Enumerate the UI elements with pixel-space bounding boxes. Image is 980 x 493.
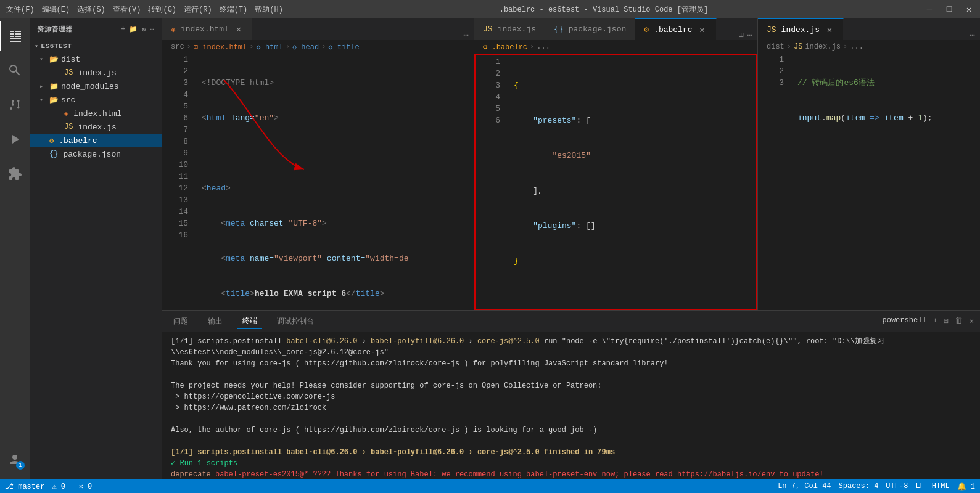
breadcrumb-dist[interactable]: dist [767,43,784,51]
menu-select[interactable]: 选择(S) [77,4,105,15]
activity-extensions[interactable] [0,159,30,189]
terminal-line-1: [1/1] scripts.postinstall babel-cli@6.26… [171,336,971,358]
tab-indexhtml[interactable]: ◈ index.html ✕ [162,18,253,40]
terminal-tab-problems[interactable]: 问题 [168,314,193,329]
code-line-7: <title>hello EXMA script 6</title> [202,288,474,299]
status-spaces[interactable]: Spaces: 4 [839,482,879,491]
terminal-trash-icon[interactable]: 🗑 [955,316,963,326]
collapse-icon[interactable]: ⋯ [150,25,154,33]
menu-file[interactable]: 文件(F) [6,4,35,15]
tab-close-right-indexjs[interactable]: ✕ [825,25,834,35]
status-bell[interactable]: 🔔 1 [957,482,975,491]
menu-help[interactable]: 帮助(H) [255,4,283,15]
activity-source-control[interactable] [0,90,30,120]
status-branch[interactable]: ⎇ master [5,482,44,491]
tree-item-src-indexjs[interactable]: JS index.js [30,120,162,134]
breadcrumb-sep4: › [321,43,326,51]
tab-middle-packagejson[interactable]: {} package.json [545,18,635,40]
terminal-line-blank2 [171,414,971,425]
menu-goto[interactable]: 转到(G) [148,4,176,15]
tab-close-babelrc-middle[interactable]: ✕ [698,25,707,35]
menu-bar[interactable]: 文件(F) 编辑(E) 选择(S) 查看(V) 转到(G) 运行(R) 终端(T… [6,4,283,15]
middle-editor-tabs: JS index.js {} package.json ⚙ .babelrc ✕… [474,18,757,40]
sidebar-actions[interactable]: + 📁 ↻ ⋯ [121,25,154,33]
tab-label-middle-indexjs: index.js [498,25,536,34]
tab-middle-indexjs[interactable]: JS index.js [474,18,545,40]
menu-edit[interactable]: 编辑(E) [42,4,70,15]
terminal-powershell-label: powershell [883,316,927,326]
split-editor-icon[interactable]: ⊞ [738,30,743,40]
code-line-5: <meta charset="UTF-8"> [202,218,474,229]
code-lines-main[interactable]: <!DOCTYPE html> <html lang="en"> <head> … [193,54,474,310]
tree-item-dist[interactable]: ▾ 📂 dist [30,52,162,66]
activity-account[interactable]: 1 [0,445,30,475]
breadcrumb-title[interactable]: ◇ title [328,43,359,52]
status-encoding[interactable]: UTF-8 [886,482,908,491]
terminal-close-icon[interactable]: ✕ [969,316,974,326]
right-editor-content[interactable]: 123 // 转码后的es6语法 input.map(item => item … [758,54,980,310]
tab-middle-babelrc[interactable]: ⚙ .babelrc ✕ [635,18,716,40]
code-lines-babelrc[interactable]: { "presets": [ "es2015" ], "plugins": []… [505,54,757,310]
folder-arrow-node-modules: ▸ [39,83,49,90]
tree-item-src-indexhtml[interactable]: ◈ index.html [30,107,162,120]
minimize-button[interactable]: ─ [924,4,934,15]
tab-icon-html: ◈ [171,25,176,35]
terminal-tab-debug[interactable]: 调试控制台 [272,314,319,329]
close-button[interactable]: ✕ [964,4,974,15]
window-controls[interactable]: ─ □ ✕ [924,4,974,15]
status-language[interactable]: HTML [932,482,950,491]
tree-item-babelrc[interactable]: ⚙ .babelrc [30,134,162,147]
sidebar-header: 资源管理器 + 📁 ↻ ⋯ [30,18,162,40]
more-actions-icon[interactable]: ⋯ [747,30,752,40]
terminal-split-icon[interactable]: ⊟ [944,316,949,326]
middle-panel: JS index.js {} package.json ⚙ .babelrc ✕… [474,18,758,310]
maximize-button[interactable]: □ [944,4,954,15]
breadcrumb-babelrc-file[interactable]: ⚙ .babelrc [483,43,527,52]
breadcrumb-html[interactable]: ◇ html [256,43,282,52]
activity-search[interactable] [0,55,30,85]
status-position[interactable]: Ln 7, Col 44 [778,482,831,491]
tab-right-indexjs[interactable]: JS index.js ✕ [758,18,844,40]
main-editor-content[interactable]: 12345 678910 1112131415 16 <!DOCTYPE htm… [162,54,474,310]
babelrc-content[interactable]: 123456 { "presets": [ "es2015" ], "plugi… [474,54,757,310]
terminal-actions[interactable]: powershell + ⊟ 🗑 ✕ [883,316,974,326]
babelrc-line-5: "plugins": [] [514,220,757,232]
tab-actions-middle[interactable]: ⊞ ⋯ [733,30,757,40]
tree-item-node-modules[interactable]: ▸ 📁 node_modules [30,79,162,93]
breadcrumb-src[interactable]: src [171,43,184,51]
terminal-new-icon[interactable]: + [933,316,938,326]
terminal-content[interactable]: [1/1] scripts.postinstall babel-cli@6.26… [162,332,980,479]
tab-icon-babel-middle: ⚙ [644,25,649,35]
folder-name-dist: dist [61,55,80,64]
refresh-icon[interactable]: ↻ [142,25,146,33]
tree-item-packagejson[interactable]: {} package.json [30,147,162,161]
menu-view[interactable]: 查看(V) [113,4,141,15]
tree-item-src[interactable]: ▾ 📂 src [30,93,162,107]
status-errors[interactable]: ⚠ 0 ✕ 0 [52,482,92,491]
new-file-icon[interactable]: + [121,25,125,33]
tree-item-dist-indexjs[interactable]: JS index.js [30,66,162,79]
terminal-line-2: Thank you for using core-js ( https://gi… [171,358,971,369]
terminal-line-8: ✓ Run 1 scripts [171,458,971,469]
breadcrumb-right-indexjs[interactable]: index.js [805,43,841,51]
breadcrumb-indexhtml[interactable]: ⊞ index.html [194,43,247,52]
babelrc-line-4: ], [514,185,757,197]
menu-run[interactable]: 运行(R) [184,4,212,15]
activity-explorer[interactable] [0,21,30,51]
menu-terminal[interactable]: 终端(T) [220,4,248,15]
activity-run[interactable] [0,124,30,154]
line-numbers-main: 12345 678910 1112131415 16 [162,54,193,310]
code-lines-right[interactable]: // 转码后的es6语法 input.map(item => item + 1)… [789,54,980,310]
terminal-tab-output[interactable]: 输出 [203,314,228,329]
babelrc-line-6: } [514,255,757,267]
tab-actions-main[interactable]: ⋯ [459,30,474,40]
terminal-tab-terminal[interactable]: 终端 [237,313,262,329]
breadcrumb-head[interactable]: ◇ head [292,43,319,52]
tab-actions-right[interactable]: ⋯ [965,30,980,40]
status-eol[interactable]: LF [915,482,924,491]
project-section[interactable]: ▾ ES6TEST [30,40,162,52]
line-numbers-right: 123 [758,54,789,310]
right-breadcrumb: dist › JS index.js › ... [758,40,980,54]
new-folder-icon[interactable]: 📁 [129,25,138,33]
tab-close-indexhtml[interactable]: ✕ [234,24,244,35]
